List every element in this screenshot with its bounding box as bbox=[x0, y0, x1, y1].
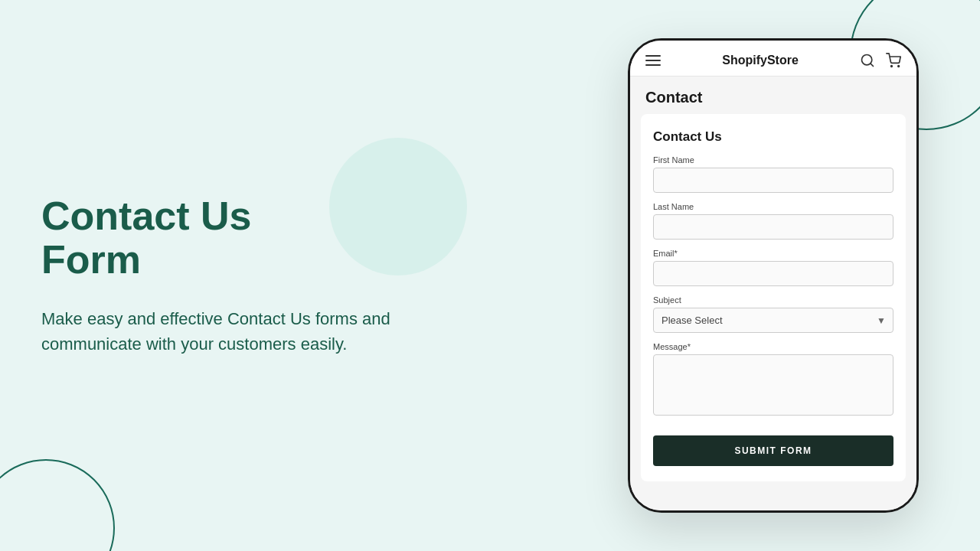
deco-circle-bottom-left bbox=[0, 459, 115, 551]
subject-select-wrapper: Please Select General Inquiry Support Fe… bbox=[653, 308, 893, 333]
last-name-group: Last Name bbox=[653, 202, 893, 240]
phone-body: Contact Contact Us First Name Last Name … bbox=[630, 77, 916, 510]
subject-select[interactable]: Please Select General Inquiry Support Fe… bbox=[653, 308, 893, 333]
heading-line2: Form bbox=[41, 237, 141, 282]
first-name-input[interactable] bbox=[653, 168, 893, 193]
message-label: Message* bbox=[653, 342, 893, 351]
phone-container: ShopifyStore Contact Contact Us bbox=[628, 38, 919, 513]
subject-label: Subject bbox=[653, 295, 893, 305]
submit-button[interactable]: SUBMIT FORM bbox=[653, 435, 893, 466]
heading-line1: Contact Us bbox=[41, 194, 251, 238]
form-title: Contact Us bbox=[653, 129, 893, 145]
page-title: Contact bbox=[630, 77, 916, 114]
cart-icon[interactable] bbox=[886, 53, 901, 68]
svg-point-3 bbox=[898, 66, 900, 67]
svg-line-1 bbox=[871, 64, 874, 67]
left-content: Contact Us Form Make easy and effective … bbox=[41, 194, 439, 357]
email-label: Email* bbox=[653, 249, 893, 258]
search-icon[interactable] bbox=[860, 53, 875, 68]
form-card: Contact Us First Name Last Name Email* bbox=[641, 114, 906, 481]
email-input[interactable] bbox=[653, 261, 893, 286]
phone-mockup: ShopifyStore Contact Contact Us bbox=[628, 38, 919, 513]
description-text: Make easy and effective Contact Us forms… bbox=[41, 306, 439, 357]
last-name-input[interactable] bbox=[653, 214, 893, 240]
store-name: ShopifyStore bbox=[722, 54, 799, 67]
main-heading: Contact Us Form bbox=[41, 194, 439, 282]
email-group: Email* bbox=[653, 249, 893, 286]
hamburger-icon[interactable] bbox=[645, 55, 661, 66]
hamburger-line bbox=[645, 60, 661, 61]
message-textarea[interactable] bbox=[653, 354, 893, 416]
subject-group: Subject Please Select General Inquiry Su… bbox=[653, 295, 893, 333]
message-group: Message* bbox=[653, 342, 893, 419]
first-name-group: First Name bbox=[653, 155, 893, 193]
svg-point-2 bbox=[891, 66, 893, 67]
topbar-icons bbox=[860, 53, 901, 68]
first-name-label: First Name bbox=[653, 155, 893, 165]
hamburger-line bbox=[645, 64, 661, 66]
phone-topbar: ShopifyStore bbox=[630, 41, 916, 77]
hamburger-line bbox=[645, 55, 661, 57]
last-name-label: Last Name bbox=[653, 202, 893, 211]
